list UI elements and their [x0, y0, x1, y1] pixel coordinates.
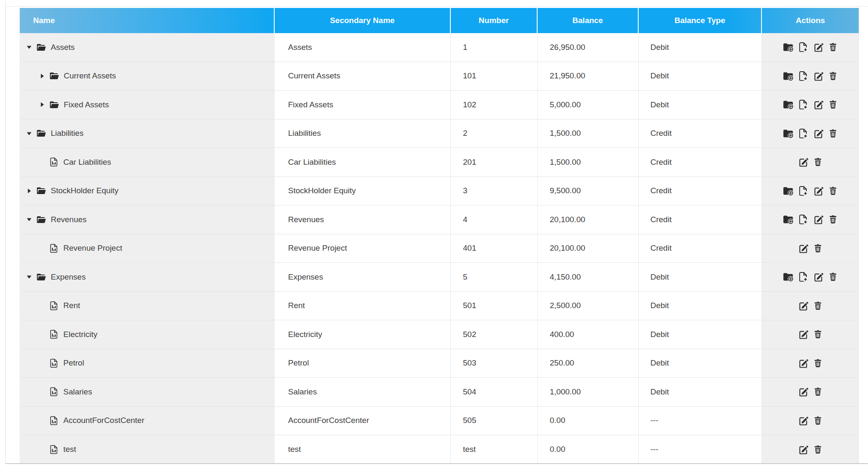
edit-icon: [813, 99, 824, 110]
edit-button[interactable]: [813, 185, 824, 197]
secondary-name-cell: Car Liabilities: [275, 148, 451, 176]
trash-icon: [828, 128, 838, 139]
panel-top-border: [5, 6, 868, 7]
secondary-name-cell: Rent: [275, 292, 451, 320]
trash-icon: [828, 41, 838, 53]
add-account-button[interactable]: [798, 128, 809, 139]
table-row: ElectricityElectricity502400.00Debit: [20, 320, 859, 349]
delete-button[interactable]: [828, 70, 838, 82]
name-cell: Revenues: [20, 205, 275, 234]
balance-type-cell: Debit: [639, 378, 762, 406]
secondary-name-cell: Salaries: [275, 378, 451, 406]
balance-type-cell: Credit: [639, 119, 762, 148]
delete-button[interactable]: [813, 415, 823, 426]
actions-cell: [762, 91, 859, 119]
add-account-button[interactable]: [798, 185, 809, 197]
edit-button[interactable]: [798, 156, 809, 168]
edit-button[interactable]: [813, 271, 824, 283]
account-name: Petrol: [63, 358, 84, 368]
balance-cell: 4,150.00: [538, 263, 639, 291]
trash-icon: [828, 99, 838, 110]
caret-right-icon[interactable]: [39, 73, 49, 79]
balance-type-cell: Debit: [639, 91, 762, 119]
balance-cell: 1,500.00: [538, 148, 639, 176]
add-account-button[interactable]: [798, 99, 809, 110]
add-folder-button[interactable]: [782, 41, 794, 53]
balance-type-cell: Debit: [639, 33, 762, 62]
edit-button[interactable]: [798, 329, 809, 340]
edit-button[interactable]: [813, 99, 824, 110]
caret-down-icon[interactable]: [26, 131, 36, 136]
file-plus-icon: [798, 41, 809, 53]
balance-type-cell: ---: [639, 407, 762, 435]
chart-file-icon: [49, 156, 59, 168]
edit-icon: [813, 70, 824, 82]
secondary-name-cell: Current Assets: [275, 62, 451, 91]
caret-right-icon[interactable]: [39, 102, 49, 107]
edit-icon: [798, 156, 809, 168]
add-account-button[interactable]: [798, 70, 809, 82]
chart-file-icon: [49, 358, 59, 369]
delete-button[interactable]: [828, 128, 838, 139]
balance-cell: 1,500.00: [538, 119, 639, 148]
delete-button[interactable]: [828, 41, 838, 53]
edit-button[interactable]: [798, 358, 809, 369]
balance-cell: 0.00: [538, 407, 639, 435]
caret-down-icon[interactable]: [26, 44, 36, 50]
delete-button[interactable]: [813, 156, 823, 168]
delete-button[interactable]: [813, 358, 823, 369]
delete-button[interactable]: [813, 386, 823, 397]
secondary-name-cell: test: [275, 435, 451, 464]
add-folder-button[interactable]: [782, 99, 794, 110]
balance-cell: 2,500.00: [538, 292, 639, 320]
table-row: StockHolder EquityStockHolder Equity39,5…: [20, 177, 859, 206]
actions-cell: [762, 263, 859, 291]
edit-icon: [798, 358, 809, 369]
edit-button[interactable]: [798, 243, 809, 254]
add-folder-button[interactable]: [782, 214, 794, 225]
add-account-button[interactable]: [798, 271, 809, 283]
account-name: Salaries: [63, 387, 92, 397]
edit-button[interactable]: [813, 128, 824, 139]
delete-button[interactable]: [813, 300, 823, 311]
edit-icon: [798, 300, 809, 311]
name-cell: Revenue Project: [20, 234, 275, 263]
delete-button[interactable]: [813, 243, 823, 254]
edit-button[interactable]: [813, 70, 824, 82]
edit-button[interactable]: [798, 386, 809, 397]
actions-cell: [762, 435, 859, 464]
delete-button[interactable]: [828, 214, 838, 225]
add-account-button[interactable]: [798, 214, 809, 225]
caret-down-icon[interactable]: [26, 274, 36, 280]
edit-button[interactable]: [813, 214, 824, 225]
folder-open-icon: [49, 71, 60, 81]
add-folder-button[interactable]: [782, 185, 794, 197]
delete-button[interactable]: [828, 271, 838, 283]
edit-button[interactable]: [813, 41, 824, 53]
secondary-name-cell: Revenues: [275, 205, 451, 234]
add-folder-button[interactable]: [782, 271, 794, 283]
trash-icon: [813, 444, 823, 455]
delete-button[interactable]: [828, 99, 838, 110]
balance-cell: 5,000.00: [538, 91, 639, 119]
add-folder-button[interactable]: [782, 70, 794, 82]
edit-button[interactable]: [798, 415, 809, 426]
caret-down-icon[interactable]: [26, 217, 36, 222]
table-row: AssetsAssets126,950.00Debit: [20, 33, 859, 62]
name-cell: Petrol: [20, 349, 275, 378]
delete-button[interactable]: [828, 185, 838, 197]
add-account-button[interactable]: [798, 41, 809, 53]
number-cell: 2: [451, 119, 538, 148]
edit-button[interactable]: [798, 444, 809, 455]
add-folder-button[interactable]: [782, 128, 794, 139]
table-row: AccountForCostCenterAccountForCostCenter…: [20, 407, 859, 436]
delete-button[interactable]: [813, 329, 823, 340]
number-cell: 501: [451, 292, 538, 320]
folder-plus-icon: [782, 70, 794, 82]
actions-cell: [762, 378, 859, 406]
caret-right-icon[interactable]: [26, 188, 36, 194]
edit-button[interactable]: [798, 300, 809, 311]
balance-cell: 20,100.00: [538, 205, 639, 234]
delete-button[interactable]: [813, 444, 823, 455]
table-row: RentRent5012,500.00Debit: [20, 292, 859, 321]
